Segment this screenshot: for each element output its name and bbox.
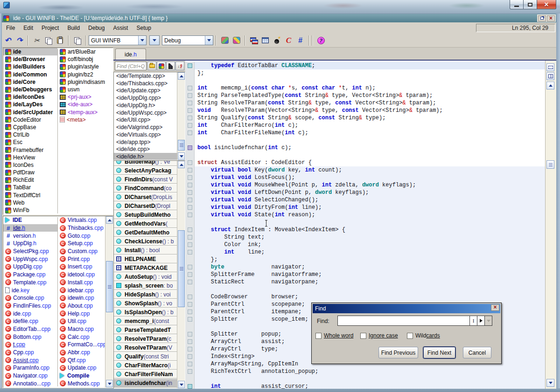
file-item[interactable]: Ct.cpp xyxy=(3,341,57,349)
chevron-down-icon[interactable] xyxy=(138,36,146,45)
package-item[interactable]: plugin/ndisasm xyxy=(58,78,113,86)
menu-assist[interactable]: Assist xyxy=(109,23,132,33)
line-marker[interactable] xyxy=(188,101,192,105)
preprocess-button[interactable] xyxy=(294,35,306,46)
include-item[interactable]: <ide/Update.cpp> xyxy=(114,87,177,95)
package-sync-button[interactable] xyxy=(231,35,242,46)
line-marker[interactable] xyxy=(188,123,192,128)
package-item[interactable]: ide/Builders xyxy=(3,63,57,70)
scroll-down-button[interactable] xyxy=(546,379,554,387)
package-item[interactable]: <ide-aux> xyxy=(58,101,113,108)
method-item[interactable]: Install() : bool xyxy=(114,246,177,254)
line-marker[interactable] xyxy=(188,160,192,165)
code-text[interactable] xyxy=(195,219,545,226)
checkbox-box[interactable] xyxy=(360,333,366,339)
scroll-up-button[interactable] xyxy=(546,82,554,89)
method-item[interactable]: ShowSplash() : vo xyxy=(114,299,177,308)
include-item[interactable]: <ide/app.tpp> xyxy=(114,138,177,146)
code-text[interactable]: }; xyxy=(195,256,545,263)
code-text[interactable]: typedef EditorTabBar CLASSNAME; xyxy=(195,62,545,69)
close-document-button[interactable]: × xyxy=(547,15,555,21)
file-item[interactable]: Cide.cpp xyxy=(3,309,57,317)
code-text[interactable]: String ParseTemplatedType(const String& … xyxy=(195,92,545,99)
history-dropdown-button[interactable] xyxy=(484,316,492,326)
line-marker[interactable] xyxy=(188,145,192,150)
method-item[interactable]: ResolveTParam(V xyxy=(114,343,177,352)
package-item[interactable]: PdfDraw xyxy=(3,169,57,176)
package-item[interactable]: <prj-aux> xyxy=(58,93,113,101)
include-item[interactable]: <ide/Template.cpp> xyxy=(114,72,177,80)
package-filter-button[interactable] xyxy=(157,62,166,70)
method-item[interactable]: HELPNAME xyxy=(114,254,177,263)
line-marker[interactable] xyxy=(188,168,192,172)
line-marker[interactable] xyxy=(188,86,192,90)
include-item[interactable]: <ide/Thisbacks.cpp> xyxy=(114,80,177,87)
find-dialog-close-button[interactable]: × xyxy=(491,304,499,311)
line-marker[interactable] xyxy=(188,317,192,322)
code-text[interactable]: Color ink; xyxy=(195,241,545,248)
line-marker[interactable] xyxy=(188,347,192,351)
line-marker[interactable] xyxy=(188,93,192,98)
line-marker[interactable] xyxy=(188,131,192,135)
method-item[interactable]: ResolveTParam(c xyxy=(114,334,177,343)
file-item[interactable]: CAssist.cpp xyxy=(3,356,57,364)
scrollbar-thumb[interactable] xyxy=(546,160,554,169)
code-text[interactable]: RichTextCtrl annotation_popup; xyxy=(195,368,545,375)
line-marker[interactable] xyxy=(188,384,192,389)
line-marker[interactable] xyxy=(188,309,192,314)
package-item[interactable]: ide xyxy=(3,48,57,55)
file-item[interactable]: CEditorTab...cpp xyxy=(3,325,57,333)
file-item[interactable]: CFindInFiles.cpp xyxy=(3,302,57,310)
code-text[interactable]: byte navigator; xyxy=(195,263,545,271)
folder-button[interactable] xyxy=(147,62,156,70)
package-item[interactable]: Framebuffer xyxy=(3,146,57,153)
main-package-combo[interactable]: GUI WINFB xyxy=(89,35,147,45)
code-text[interactable]: int line; xyxy=(195,248,545,256)
code-text[interactable]: void ResolveTParam(Vector<String>& type,… xyxy=(195,107,545,114)
scroll-up-button[interactable] xyxy=(106,216,113,224)
code-text[interactable]: String text; xyxy=(195,234,545,241)
package-item[interactable]: ide/LayDes xyxy=(3,101,57,108)
code-text[interactable]: bool isincludefnchar(int c); xyxy=(195,144,545,151)
find-previous-button[interactable]: Find Previous xyxy=(378,347,418,358)
cut-button[interactable] xyxy=(31,35,42,46)
line-marker[interactable] xyxy=(188,332,192,337)
document-filter-button[interactable] xyxy=(166,62,175,70)
package-item[interactable]: ide/Core xyxy=(3,78,57,86)
line-marker[interactable] xyxy=(188,63,192,68)
menu-setup[interactable]: Setup xyxy=(132,23,155,33)
package-item[interactable]: ide/Debuggers xyxy=(3,86,57,93)
line-marker[interactable] xyxy=(188,250,192,254)
close-button[interactable] xyxy=(537,0,556,9)
code-text[interactable] xyxy=(195,375,545,383)
file-item[interactable]: ide.key xyxy=(3,286,57,294)
rebuild-button[interactable] xyxy=(283,35,294,46)
package-item[interactable]: plugin/bz2 xyxy=(58,71,113,78)
checkbox-wildcards[interactable]: Wildcards xyxy=(407,332,440,339)
line-marker[interactable] xyxy=(188,295,192,299)
code-text[interactable] xyxy=(195,137,545,144)
navigator-search-input[interactable] xyxy=(115,62,147,70)
include-item[interactable]: <ide/Valgrind.cpp> xyxy=(114,124,177,131)
code-text[interactable]: int assist_cursor; xyxy=(195,383,545,389)
maximize-button[interactable] xyxy=(523,0,537,9)
find-input[interactable] xyxy=(337,316,470,326)
method-item[interactable]: HideSplash() : voi xyxy=(114,290,177,299)
include-item[interactable]: <ide/ide.cpp> xyxy=(114,146,177,153)
file-item[interactable]: #ide.h xyxy=(3,224,57,232)
checkbox-box[interactable] xyxy=(315,333,322,339)
include-list-scrollbar[interactable] xyxy=(177,72,185,160)
package-item[interactable]: HexView xyxy=(3,154,57,161)
redo-button[interactable] xyxy=(14,35,25,46)
split-view-button[interactable] xyxy=(546,72,554,80)
caret-indicator-button[interactable]: I xyxy=(469,316,477,326)
code-text[interactable]: virtual void State(int reason); xyxy=(195,211,545,219)
code-text[interactable]: virtual void DirtyFrom(int line); xyxy=(195,204,545,211)
line-marker[interactable] xyxy=(188,213,192,217)
code-text[interactable] xyxy=(195,151,545,159)
code-text[interactable]: virtual void SelectionChanged(); xyxy=(195,196,545,204)
checkbox-ignore-case[interactable]: Ignore case xyxy=(360,332,398,339)
file-item[interactable]: CSelectPkg.cpp xyxy=(3,248,57,255)
include-item[interactable]: <ide/UppWspc.cpp> xyxy=(114,109,177,117)
help-button[interactable]: ? xyxy=(315,35,327,46)
